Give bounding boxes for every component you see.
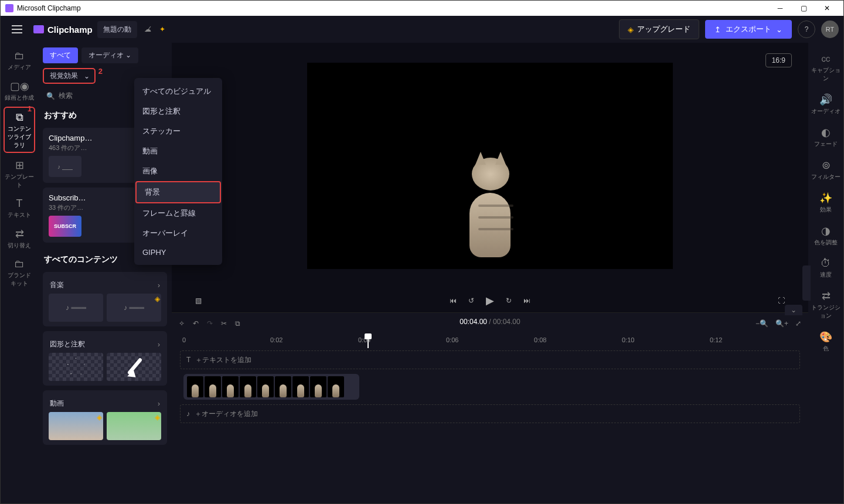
rnav-audio[interactable]: 🔊オーディオ [809,91,843,118]
chevron-right-icon: › [158,400,160,408]
hamburger-menu[interactable] [5,16,29,43]
menu-all-visuals[interactable]: すべてのビジュアル [134,81,222,101]
audio-track[interactable]: ♪＋オーディオを追加 [180,404,800,423]
music-thumb[interactable]: ♪ ═══ [49,294,103,322]
chevron-right-icon: › [158,340,160,349]
undo-icon[interactable]: ↶ [193,319,199,328]
timeline-ruler[interactable]: 0 0:02 0:04 0:06 0:08 0:10 0:12 [172,334,808,348]
menu-images[interactable]: 画像 [134,161,222,181]
nav-transitions[interactable]: ⇄切り替え [4,224,35,252]
logo-icon [33,25,44,33]
topbar: Clipchamp 無題の動 ☁̸ ✦ ◈ アップグレード ↥ エクスポート ⌄… [1,16,843,43]
text-track[interactable]: T＋テキストを追加 [180,350,800,369]
rnav-speed[interactable]: ⏱速度 [818,255,834,281]
music-icon: ♪ [186,410,190,418]
forward-icon[interactable]: ↻ [506,297,512,305]
project-name-input[interactable]: 無題の動 [97,21,137,38]
menu-giphy[interactable]: GIPHY [134,243,222,261]
user-avatar[interactable]: RT [821,21,839,38]
rnav-fade[interactable]: ◐フェード [812,124,840,151]
section-videos[interactable]: 動画› ◈ ◈ [43,390,167,445]
nav-templates[interactable]: ⊞テンプレート [4,155,35,192]
timeline-collapse-icon[interactable]: ⌄ [785,305,802,315]
magic-icon[interactable]: ✧ [179,319,185,328]
fit-icon[interactable]: ⤢ [795,319,801,328]
rnav-adjust[interactable]: ◑色を調整 [812,222,840,249]
nav-media[interactable]: 🗀メディア [4,46,35,74]
shape-thumb-burst[interactable] [49,353,103,381]
video-preview[interactable] [307,63,673,269]
text-icon: T [186,356,190,364]
section-music[interactable]: 音楽› ♪ ═══ ♪ ═══ ◈ [43,272,167,326]
split-icon[interactable]: ✂ [221,319,227,328]
adjust-icon: ◑ [814,224,838,237]
music-thumb[interactable]: ♪ ═══ ◈ [107,294,161,322]
cloud-sync-icon[interactable]: ☁̸ [144,25,151,33]
video-clip[interactable] [183,374,359,400]
card-thumb: SUBSCR [49,216,81,237]
video-thumb[interactable]: ◈ [107,412,161,440]
rnav-color[interactable]: 🎨色 [817,328,835,355]
nav-brand-kit[interactable]: 🗀ブランド キット [4,254,35,290]
right-nav: ㏄キャプション 🔊オーディオ ◐フェード ⊚フィルター ✨効果 ◑色を調整 ⏱速… [808,43,843,504]
speed-icon: ⏱ [820,257,832,270]
skip-start-icon[interactable]: ⏮ [450,297,457,305]
text-icon: T [5,197,34,210]
nav-record[interactable]: ▢◉録画と作成 [4,76,35,104]
titlebar: Microsoft Clipchamp ─ ▢ ✕ [1,1,843,16]
menu-backgrounds[interactable]: 背景 [135,181,221,203]
filter-visual-dropdown[interactable]: 視覚効果 ⌄ 2 [43,68,96,84]
rewind-icon[interactable]: ↺ [468,297,474,305]
duplicate-icon[interactable]: ⧉ [235,319,240,328]
sparkle-icon[interactable]: ✦ [159,25,165,33]
app-title: Microsoft Clipchamp [17,4,81,12]
menu-frames[interactable]: フレームと罫線 [134,203,222,223]
library-icon: ⧉ [6,111,33,124]
menu-stickers[interactable]: ステッカー [134,121,222,141]
filter-audio[interactable]: オーディオ ⌄ [81,47,138,63]
search-icon: 🔍 [46,92,55,100]
brand-logo[interactable]: Clipchamp [33,25,93,35]
play-button[interactable]: ▶ [486,294,494,307]
canvas-area: 16:9 ▧ ⏮ ↺ ▶ ↻ ⏭ ⛶ [172,43,808,504]
zoom-out-icon[interactable]: −🔍 [755,319,768,328]
diamond-icon: ◈ [628,25,634,34]
playhead[interactable] [367,334,369,348]
skip-end-icon[interactable]: ⏭ [523,297,530,305]
menu-overlays[interactable]: オーバーレイ [134,223,222,243]
palette-icon: 🎨 [819,331,832,343]
video-thumb[interactable]: ◈ [49,412,103,440]
upgrade-button[interactable]: ◈ アップグレード [619,19,699,39]
menu-videos[interactable]: 動画 [134,141,222,161]
maximize-button[interactable]: ▢ [792,1,815,16]
transition-icon: ⇄ [5,227,34,240]
chevron-down-icon: ⌄ [776,25,782,34]
shape-thumb-arrow[interactable] [107,353,161,381]
rnav-captions[interactable]: ㏄キャプション [808,49,843,85]
close-button[interactable]: ✕ [815,1,839,16]
watermark-toggle-icon[interactable]: ▧ [195,297,202,305]
redo-icon[interactable]: ↷ [207,319,213,328]
aspect-ratio-button[interactable]: 16:9 [765,53,792,67]
annotation-1: 1 [28,104,32,113]
chevron-down-icon: ⌄ [125,51,131,59]
fullscreen-icon[interactable]: ⛶ [778,297,785,305]
nav-text[interactable]: Tテキスト [4,194,35,222]
rnav-filter[interactable]: ⊚フィルター [809,156,843,183]
filter-all[interactable]: すべて [43,47,78,63]
right-panel-collapse[interactable] [802,265,811,301]
folder-icon: 🗀 [5,50,34,62]
section-shapes[interactable]: 図形と注釈› [43,331,167,386]
video-track[interactable] [180,373,800,401]
minimize-button[interactable]: ─ [768,1,792,16]
brand-icon: 🗀 [5,258,34,270]
fade-icon: ◐ [814,126,838,139]
help-button[interactable]: ? [798,21,815,38]
export-button[interactable]: ↥ エクスポート ⌄ [705,20,792,39]
nav-content-library[interactable]: 1 ⧉コンテンツライブラリ [4,107,35,153]
rnav-transition[interactable]: ⇄トランジション [808,287,843,322]
menu-shapes[interactable]: 図形と注釈 [134,101,222,121]
zoom-in-icon[interactable]: 🔍+ [775,319,788,328]
cc-icon: ㏄ [811,51,841,65]
rnav-effects[interactable]: ✨効果 [817,189,835,216]
